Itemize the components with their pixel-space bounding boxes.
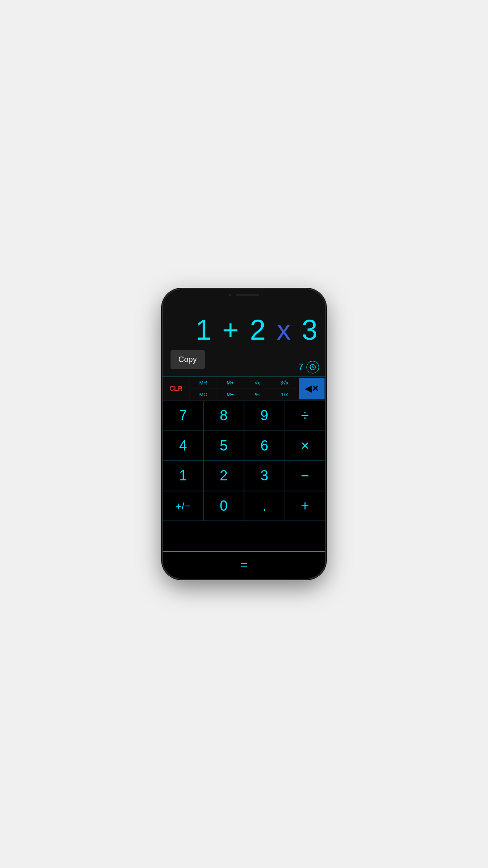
btn-2[interactable]: 2	[204, 461, 244, 491]
btn-4[interactable]: 4	[163, 431, 204, 461]
expr-num1: 1	[196, 314, 213, 346]
speaker-icon	[236, 294, 259, 296]
clr-button[interactable]: CLR	[163, 377, 190, 400]
btn-9[interactable]: 9	[244, 401, 285, 431]
btn-7[interactable]: 7	[163, 401, 204, 431]
btn-plusminus[interactable]: +/−	[163, 491, 204, 521]
btn-add[interactable]: +	[285, 491, 326, 521]
phone-device: 1 + 2 x 3 7	[163, 289, 325, 579]
history-button[interactable]	[306, 361, 319, 373]
equals-button[interactable]: =	[240, 558, 248, 572]
memory-function-area: CLR MR M+ √x 3√x ◀✕ MC M− % 1/x	[163, 377, 325, 401]
btn-8[interactable]: 8	[204, 401, 244, 431]
expr-num3: 3	[302, 314, 319, 346]
percent-button[interactable]: %	[244, 389, 271, 400]
context-menu[interactable]: Copy	[171, 350, 205, 369]
expr-num2: 2	[250, 314, 267, 346]
btn-decimal[interactable]: .	[244, 491, 285, 521]
m-minus-button[interactable]: M−	[217, 389, 244, 400]
expr-op2: x	[277, 314, 302, 346]
mc-button[interactable]: MC	[190, 389, 217, 400]
power-button	[325, 368, 325, 392]
mr-button[interactable]: MR	[190, 377, 217, 389]
result-value: 7	[298, 362, 303, 373]
btn-1[interactable]: 1	[163, 461, 204, 491]
expr-op1: +	[222, 314, 250, 346]
equals-row[interactable]: =	[163, 551, 325, 579]
btn-multiply[interactable]: ×	[285, 431, 326, 461]
copy-menu-item[interactable]: Copy	[178, 355, 197, 364]
btn-6[interactable]: 6	[244, 431, 285, 461]
btn-3[interactable]: 3	[244, 461, 285, 491]
btn-subtract[interactable]: −	[285, 461, 326, 491]
btn-5[interactable]: 5	[204, 431, 244, 461]
m-plus-button[interactable]: M+	[217, 377, 244, 389]
delete-button[interactable]: ◀✕	[299, 378, 325, 399]
numpad: 7 8 9 ÷ 4 5 6 × 1 2 3 − +/− 0 . +	[163, 401, 325, 551]
reciprocal-button[interactable]: 1/x	[271, 389, 298, 400]
btn-divide[interactable]: ÷	[285, 401, 326, 431]
phone-top-bar	[163, 289, 325, 300]
sqrt-button[interactable]: √x	[244, 377, 271, 389]
calculator: 1 + 2 x 3 7	[163, 300, 325, 579]
btn-0[interactable]: 0	[204, 491, 244, 521]
main-expression: 1 + 2 x 3	[196, 314, 319, 346]
camera-icon	[229, 294, 231, 296]
cbrt-button[interactable]: 3√x	[271, 377, 298, 389]
